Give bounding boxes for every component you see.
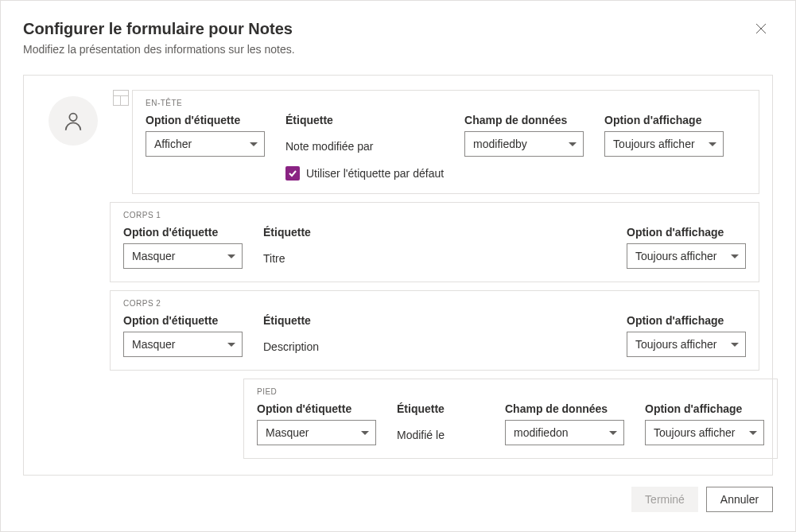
label-option-header-body1: Option d'étiquette (123, 226, 243, 239)
label-option-header-footer: Option d'étiquette (257, 402, 376, 415)
label-option-header-header: Option d'étiquette (146, 114, 265, 126)
footer-row: PIED Option d'étiquette Masquer Étiquett… (37, 379, 759, 459)
label-option-dropdown-footer[interactable]: Masquer (257, 420, 376, 445)
display-option-header-body2: Option d'affichage (627, 314, 746, 327)
chevron-down-icon (227, 254, 235, 258)
data-field-header-header: Champ de données (464, 114, 584, 126)
chevron-down-icon (227, 343, 235, 347)
display-option-value-header: Toujours afficher (613, 138, 694, 150)
svg-point-2 (69, 114, 76, 121)
data-field-dropdown-header[interactable]: modifiedby (464, 131, 584, 157)
chevron-down-icon (250, 142, 258, 146)
label-header-body2: Étiquette (263, 314, 606, 327)
section-name-body1: CORPS 1 (123, 211, 746, 219)
footer-card: PIED Option d'étiquette Masquer Étiquett… (243, 379, 778, 459)
display-option-value-body1: Toujours afficher (635, 250, 716, 262)
data-field-header-footer: Champ de données (505, 402, 624, 415)
done-button[interactable]: Terminé (631, 487, 698, 512)
header-fields: Option d'étiquette Afficher Étiquette No… (146, 114, 746, 181)
label-value-body1: Titre (263, 243, 606, 269)
use-default-label-text: Utiliser l'étiquette par défaut (306, 167, 444, 180)
display-option-dropdown-body1[interactable]: Toujours afficher (627, 243, 746, 269)
display-option-header-body1: Option d'affichage (627, 226, 746, 239)
body2-fields: Option d'étiquette Masquer Étiquette Des… (123, 314, 746, 357)
cancel-button[interactable]: Annuler (706, 487, 773, 512)
label-option-value-footer: Masquer (266, 426, 309, 439)
section-name-footer: PIED (257, 387, 764, 396)
dialog-header: Configurer le formulaire pour Notes Modi… (23, 20, 773, 75)
close-icon[interactable] (749, 20, 773, 40)
label-header-body1: Étiquette (263, 226, 606, 239)
label-value-body2: Description (263, 332, 606, 357)
display-option-value-footer: Toujours afficher (654, 426, 735, 439)
section-layout-icon-column (110, 90, 132, 106)
header-row: EN-TÊTE Option d'étiquette Afficher Étiq… (37, 90, 759, 194)
label-option-value-body1: Masquer (132, 250, 175, 262)
chevron-down-icon (609, 431, 617, 435)
chevron-down-icon (709, 142, 716, 146)
dialog-subtitle: Modifiez la présentation des information… (23, 43, 295, 56)
configure-form-dialog: Configurer le formulaire pour Notes Modi… (0, 0, 796, 532)
avatar-icon (49, 96, 98, 146)
label-value-footer: Modifié le (397, 420, 484, 445)
avatar-column (37, 90, 110, 146)
label-option-value-header: Afficher (154, 138, 192, 150)
display-option-dropdown-header[interactable]: Toujours afficher (604, 131, 724, 157)
layout-icon (113, 90, 129, 106)
body2-row: CORPS 2 Option d'étiquette Masquer Étiqu… (37, 290, 759, 371)
default-label-checkbox-row: Utiliser l'étiquette par défaut (285, 166, 444, 181)
chevron-down-icon (361, 431, 369, 435)
data-field-value-header: modifiedby (473, 138, 527, 150)
label-header-header: Étiquette (285, 114, 444, 126)
display-option-header-header: Option d'affichage (604, 114, 724, 126)
label-value-header: Note modifiée par (285, 131, 444, 157)
form-content: EN-TÊTE Option d'étiquette Afficher Étiq… (23, 75, 773, 476)
label-option-dropdown-body1[interactable]: Masquer (123, 243, 243, 269)
body1-card: CORPS 1 Option d'étiquette Masquer Étiqu… (110, 202, 759, 282)
section-name-body2: CORPS 2 (123, 299, 746, 308)
dialog-actions: Terminé Annuler (23, 487, 773, 512)
display-option-header-footer: Option d'affichage (645, 402, 764, 415)
header-card: EN-TÊTE Option d'étiquette Afficher Étiq… (132, 90, 759, 194)
label-option-value-body2: Masquer (132, 338, 175, 351)
display-option-dropdown-body2[interactable]: Toujours afficher (627, 332, 746, 357)
use-default-label-checkbox[interactable] (285, 166, 300, 181)
chevron-down-icon (749, 431, 757, 435)
data-field-value-footer: modifiedon (514, 426, 569, 439)
section-name-header: EN-TÊTE (146, 99, 746, 107)
chevron-down-icon (731, 343, 739, 347)
display-option-dropdown-footer[interactable]: Toujours afficher (645, 420, 764, 445)
label-option-dropdown-body2[interactable]: Masquer (123, 332, 243, 357)
body1-fields: Option d'étiquette Masquer Étiquette Tit… (123, 226, 746, 269)
display-option-value-body2: Toujours afficher (635, 338, 716, 351)
chevron-down-icon (569, 142, 577, 146)
body2-card: CORPS 2 Option d'étiquette Masquer Étiqu… (110, 290, 759, 371)
chevron-down-icon (731, 254, 739, 258)
data-field-dropdown-footer[interactable]: modifiedon (505, 420, 624, 445)
label-header-footer: Étiquette (397, 402, 484, 415)
footer-fields: Option d'étiquette Masquer Étiquette Mod… (257, 402, 764, 445)
label-option-header-body2: Option d'étiquette (123, 314, 243, 327)
body1-row: CORPS 1 Option d'étiquette Masquer Étiqu… (37, 202, 759, 282)
dialog-title: Configurer le formulaire pour Notes (23, 20, 295, 38)
label-option-dropdown-header[interactable]: Afficher (146, 131, 265, 157)
